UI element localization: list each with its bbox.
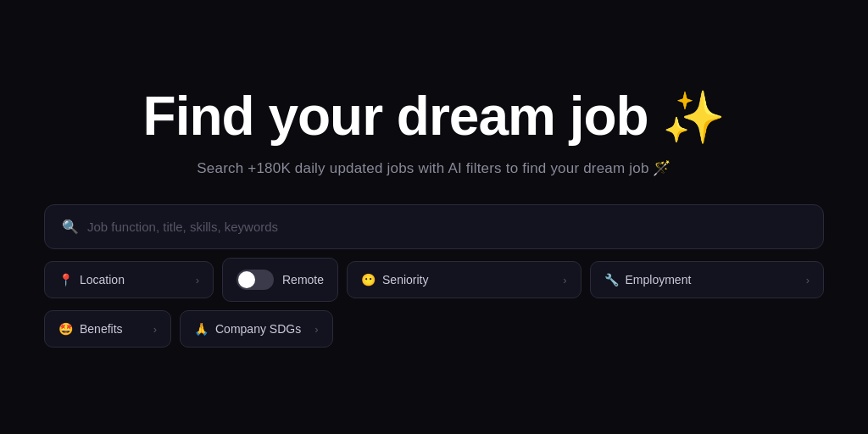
benefits-icon: 🤩 [58,322,73,336]
hero-title: Find your dream job ✨ [143,86,726,146]
benefits-filter-button[interactable]: 🤩 Benefits › [44,310,171,348]
search-bar[interactable]: 🔍 [44,204,824,249]
location-label: Location [80,273,125,287]
hero-title-text: Find your dream job [143,86,648,147]
seniority-filter-button[interactable]: 😶 Seniority › [347,261,581,298]
benefits-chevron-icon: › [153,323,157,336]
employment-icon: 🔧 [604,273,619,287]
sparkle-icon: ✨ [662,90,725,146]
remote-label: Remote [282,273,324,287]
location-icon: 📍 [58,273,73,287]
hero-subtitle: Search +180K daily updated jobs with AI … [143,159,726,177]
company-sdgs-label: Company SDGs [215,322,301,336]
seniority-icon: 😶 [361,273,376,287]
filters-row-1: 📍 Location › Remote 😶 Seniority › 🔧 Empl… [44,258,824,302]
employment-chevron-icon: › [806,274,810,287]
seniority-chevron-icon: › [563,274,566,287]
search-container: 🔍 📍 Location › Remote 😶 Seniority › [44,204,824,348]
hero-section: Find your dream job ✨ Search +180K daily… [143,86,726,177]
filters-row-2: 🤩 Benefits › 🙏 Company SDGs › [44,310,824,348]
location-filter-button[interactable]: 📍 Location › [44,261,214,298]
search-icon: 🔍 [62,219,79,235]
search-input[interactable] [87,220,806,234]
employment-label: Employment [626,273,692,287]
company-sdgs-filter-button[interactable]: 🙏 Company SDGs › [180,310,333,348]
company-sdgs-icon: 🙏 [194,322,209,336]
company-sdgs-chevron-icon: › [314,323,318,336]
employment-filter-button[interactable]: 🔧 Employment › [590,261,824,298]
seniority-label: Seniority [382,273,428,287]
toggle-switch[interactable] [236,270,274,290]
benefits-label: Benefits [80,322,123,336]
location-chevron-icon: › [196,274,199,287]
remote-toggle[interactable]: Remote [222,258,338,302]
toggle-knob [238,271,255,288]
